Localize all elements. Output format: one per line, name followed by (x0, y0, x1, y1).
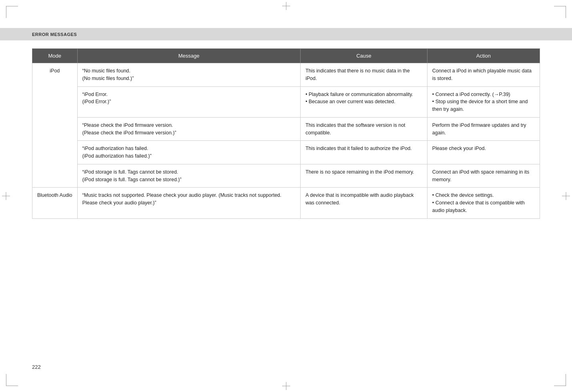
table-row: iPod“No music files found. (No music fil… (32, 63, 540, 87)
col-header-action: Action (427, 49, 540, 63)
action-cell: Please check your iPod. (427, 141, 540, 164)
message-cell: “Please check the iPod firmware version.… (77, 117, 301, 141)
message-cell: “iPod Error. (iPod Error.)” (77, 86, 301, 117)
table-row: “iPod Error. (iPod Error.)”• Playback fa… (32, 86, 540, 117)
cause-cell: This indicates that there is no music da… (301, 63, 427, 87)
corner-mark-tr (554, 6, 566, 18)
action-cell: Perform the iPod firmware updates and tr… (427, 117, 540, 141)
action-cell: • Check the device settings. • Connect a… (427, 188, 540, 218)
mode-cell-bluetooth: Bluetooth Audio (32, 188, 78, 218)
table-row: “Please check the iPod firmware version.… (32, 117, 540, 141)
cause-cell: There is no space remaining in the iPod … (301, 164, 427, 188)
message-cell: “iPod authorization has failed. (iPod au… (77, 141, 301, 164)
col-header-message: Message (77, 49, 301, 63)
table-row: “iPod authorization has failed. (iPod au… (32, 141, 540, 164)
table-row: Bluetooth Audio“Music tracks not support… (32, 188, 540, 218)
crosshair-right (562, 192, 570, 200)
message-cell: “No music files found. (No music files f… (77, 63, 301, 87)
corner-mark-bl (6, 374, 18, 386)
cause-cell: • Playback failure or communication abno… (301, 86, 427, 117)
corner-mark-tl (6, 6, 18, 18)
cause-cell: A device that is incompatible with audio… (301, 188, 427, 218)
action-cell: • Connect a iPod correctly. (→P.39) • St… (427, 86, 540, 117)
crosshair-top (282, 2, 290, 10)
content-area: Mode Message Cause Action iPod“No music … (0, 40, 572, 235)
error-table: Mode Message Cause Action iPod“No music … (32, 48, 540, 219)
crosshair-bottom (282, 382, 290, 390)
mode-cell-ipod: iPod (32, 63, 78, 188)
cause-cell: This indicates that the software version… (301, 117, 427, 141)
page-number: 222 (32, 364, 41, 370)
corner-mark-br (554, 374, 566, 386)
table-header-row: Mode Message Cause Action (32, 49, 540, 63)
cause-cell: This indicates that it failed to authori… (301, 141, 427, 164)
message-cell: “Music tracks not supported. Please chec… (77, 188, 301, 218)
message-cell: “iPod storage is full. Tags cannot be st… (77, 164, 301, 188)
crosshair-left (2, 192, 10, 200)
section-label: ERROR MESSAGES (32, 32, 77, 37)
action-cell: Connect an iPod with space remaining in … (427, 164, 540, 188)
action-cell: Connect a iPod in which playable music d… (427, 63, 540, 87)
col-header-cause: Cause (301, 49, 427, 63)
header-bar: ERROR MESSAGES (0, 28, 572, 40)
col-header-mode: Mode (32, 49, 78, 63)
table-row: “iPod storage is full. Tags cannot be st… (32, 164, 540, 188)
